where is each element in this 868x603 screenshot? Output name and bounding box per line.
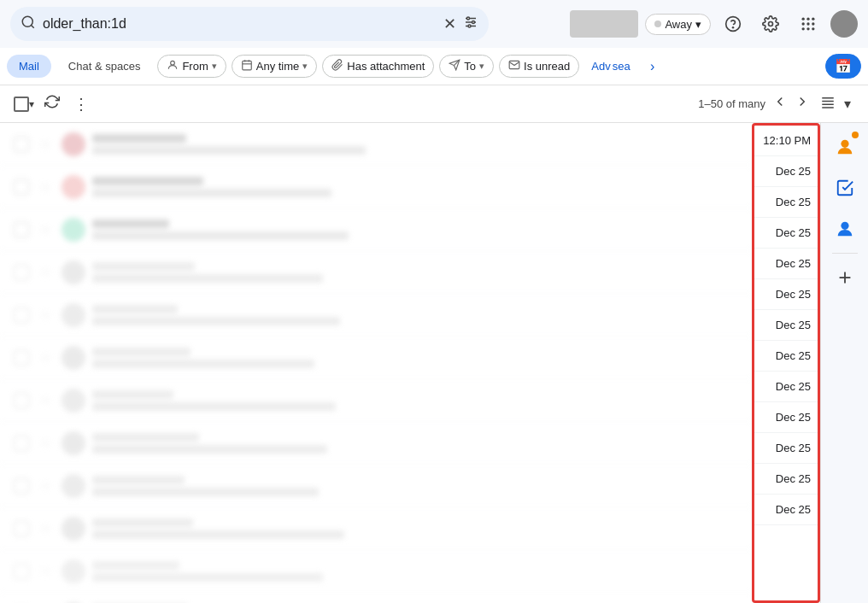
row-checkbox-8[interactable] (14, 436, 29, 451)
row-checkbox-6[interactable] (14, 350, 29, 366)
row-checkbox-3[interactable] (14, 222, 29, 237)
more-options-button[interactable]: ⋮ (70, 91, 92, 117)
settings-button[interactable] (755, 9, 786, 39)
help-button[interactable] (718, 9, 748, 39)
attachment-icon (331, 59, 343, 73)
row-checkbox-4[interactable] (14, 265, 29, 280)
tab-mail[interactable]: Mail (7, 55, 51, 78)
row-checkbox-7[interactable] (14, 393, 29, 408)
row-subject-4 (92, 274, 323, 283)
select-chevron-icon[interactable]: ▾ (29, 98, 34, 110)
date-item-5: Dec 25 (754, 279, 818, 310)
star-icon-5[interactable]: ☆ (39, 307, 51, 323)
row-subject-2 (92, 189, 331, 197)
svg-rect-27 (822, 100, 834, 102)
row-body-1 (62, 132, 738, 156)
svg-point-15 (806, 22, 809, 25)
chip-from[interactable]: From ▾ (157, 55, 226, 78)
row-avatar-8 (62, 431, 85, 455)
star-icon-10[interactable]: ☆ (39, 520, 51, 536)
email-row-5[interactable]: ☆ (0, 294, 752, 337)
row-sender-5 (92, 305, 178, 313)
refresh-button[interactable] (41, 91, 63, 117)
status-dot (654, 20, 661, 27)
filter-bar-arrow[interactable]: › (642, 56, 663, 77)
svg-point-17 (802, 27, 805, 30)
chip-any-time[interactable]: Any time ▾ (232, 55, 318, 78)
row-checkbox-2[interactable] (14, 179, 29, 195)
svg-point-14 (802, 22, 805, 25)
star-icon-2[interactable]: ☆ (39, 179, 51, 195)
clear-search-icon[interactable]: ✕ (443, 15, 456, 33)
row-lines-6 (92, 348, 738, 368)
row-body-10 (62, 517, 738, 541)
email-row-4[interactable]: ☆ (0, 251, 752, 294)
adv-partial-label: sea (613, 60, 630, 73)
next-page-button[interactable] (795, 94, 810, 114)
tab-chat-spaces[interactable]: Chat & spaces (56, 55, 153, 78)
user-avatar[interactable] (830, 10, 858, 38)
view-chevron-icon[interactable]: ▾ (841, 94, 854, 114)
status-chevron-icon: ▾ (695, 18, 701, 31)
email-row-3[interactable]: ☆ (0, 208, 752, 251)
search-input[interactable] (43, 16, 437, 32)
calendar-app-chip[interactable]: 📅 (825, 54, 861, 79)
email-row-7[interactable]: ☆ (0, 379, 752, 422)
tune-icon[interactable] (463, 15, 478, 34)
contacts-icon-button[interactable] (828, 212, 862, 246)
tasks-icon-button[interactable] (828, 171, 862, 205)
prev-page-button[interactable] (772, 94, 788, 114)
email-row-8[interactable]: ☆ (0, 422, 752, 465)
email-row-6[interactable]: ☆ (0, 337, 752, 379)
row-sender-7 (92, 390, 173, 399)
svg-line-1 (31, 25, 33, 27)
star-icon-1[interactable]: ☆ (39, 136, 51, 152)
row-lines-4 (92, 262, 738, 283)
star-icon-9[interactable]: ☆ (39, 477, 51, 494)
advanced-search-button[interactable]: Adv sea (584, 56, 636, 76)
star-icon-3[interactable]: ☆ (39, 221, 51, 237)
row-lines-2 (92, 177, 738, 197)
row-checkbox-10[interactable] (14, 521, 29, 536)
email-row-2[interactable]: ☆ (0, 166, 752, 208)
row-checkbox-11[interactable] (14, 564, 29, 579)
svg-point-7 (468, 25, 471, 27)
status-button[interactable]: Away ▾ (645, 14, 711, 35)
email-row-9[interactable]: ☆ (0, 465, 752, 507)
select-all-checkbox[interactable] (14, 97, 29, 112)
row-body-6 (62, 346, 738, 370)
list-view-button[interactable] (817, 93, 839, 115)
email-row-10[interactable]: ☆ (0, 507, 752, 550)
add-app-button[interactable] (828, 261, 862, 295)
meet-icon-button[interactable] (828, 130, 862, 164)
unread-icon (508, 59, 520, 73)
toolbar-left: ▾ ⋮ (14, 91, 92, 117)
chip-has-attachment[interactable]: Has attachment (322, 55, 434, 78)
star-icon-6[interactable]: ☆ (39, 349, 51, 366)
email-row-11[interactable]: ☆ (0, 550, 752, 593)
apps-button[interactable] (793, 9, 824, 39)
row-body-11 (62, 559, 738, 583)
chip-has-attachment-label: Has attachment (347, 60, 425, 73)
row-checkbox-5[interactable] (14, 307, 29, 323)
row-subject-8 (92, 445, 327, 454)
row-checkbox-1[interactable] (14, 137, 29, 152)
toolbar: ▾ ⋮ 1–50 of many ▾ (0, 85, 868, 123)
chip-to[interactable]: To ▾ (439, 55, 494, 78)
star-icon-11[interactable]: ☆ (39, 563, 51, 579)
adv-label: Adv (591, 60, 610, 73)
top-bar-right: Away ▾ (570, 9, 858, 39)
chip-is-unread[interactable]: Is unread (499, 55, 579, 78)
row-checkbox-9[interactable] (14, 478, 29, 494)
svg-point-11 (802, 18, 805, 20)
star-icon-7[interactable]: ☆ (39, 392, 51, 408)
email-row-1[interactable]: ☆ (0, 123, 752, 166)
side-divider (832, 253, 858, 254)
star-icon-8[interactable]: ☆ (39, 435, 51, 451)
star-icon-4[interactable]: ☆ (39, 264, 51, 280)
date-item-3: Dec 25 (754, 218, 818, 249)
row-subject-5 (92, 317, 340, 325)
svg-point-30 (841, 140, 848, 148)
email-row-12[interactable]: ☆ (0, 593, 752, 603)
date-item-8: Dec 25 (754, 372, 818, 402)
